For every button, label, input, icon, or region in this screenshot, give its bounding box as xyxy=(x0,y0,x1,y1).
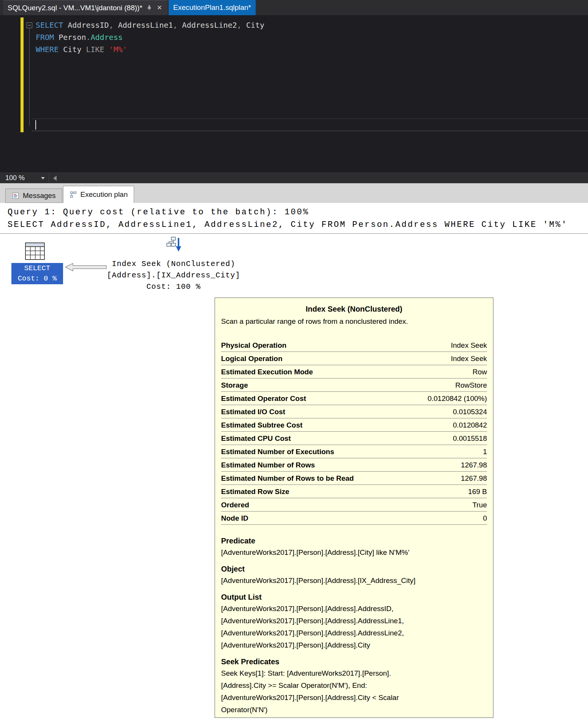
tooltip-row-label: Estimated CPU Cost xyxy=(221,434,291,443)
tooltip-row: Estimated CPU Cost0.0015518 xyxy=(221,432,487,445)
tooltip-section-line: [AdventureWorks2017].[Person].[Address].… xyxy=(221,603,487,615)
tooltip-row-value: RowStore xyxy=(455,381,487,390)
tooltip-row-value: 0.0120842 (100%) xyxy=(428,394,487,403)
tooltip-row: Estimated Number of Rows1267.98 xyxy=(221,458,487,472)
outline-guide-line xyxy=(29,28,30,125)
tooltip-row: Estimated Number of Executions1 xyxy=(221,445,487,458)
tooltip-row: Estimated Subtree Cost0.0120842 xyxy=(221,418,487,432)
tooltip-row-label: Estimated Number of Rows xyxy=(221,461,315,469)
current-line-highlight xyxy=(32,119,588,131)
tooltip-row-label: Estimated Number of Rows to be Read xyxy=(221,474,354,483)
tooltip-row-label: Estimated Operator Cost xyxy=(221,394,306,403)
tooltip-row: Estimated I/O Cost0.0105324 xyxy=(221,405,487,418)
tab-execution-plan-label: Execution plan xyxy=(81,190,128,199)
select-node-name: SELECT xyxy=(11,263,63,274)
tab-messages[interactable]: Messages xyxy=(5,188,62,203)
index-seek-node-object: [Address].[IX_Address_City] xyxy=(105,270,242,281)
tab-execution-plan[interactable]: Execution plan xyxy=(63,186,134,203)
change-tracking-bar xyxy=(21,17,24,132)
close-icon[interactable]: ✕ xyxy=(156,5,163,11)
tooltip-row: Estimated Row Size169 B xyxy=(221,485,487,498)
tooltip-row: StorageRowStore xyxy=(221,379,487,392)
chevron-down-icon xyxy=(41,177,45,179)
tooltip-row-label: Estimated Number of Executions xyxy=(221,448,334,456)
tooltip-row-label: Estimated I/O Cost xyxy=(221,408,285,416)
tooltip-section-title: Object xyxy=(221,564,487,575)
tooltip-row-value: Row xyxy=(473,368,487,376)
tab-sqlquery2-label: SQLQuery2.sql - VM...VM1\jdantoni (88))* xyxy=(8,4,142,12)
tab-messages-label: Messages xyxy=(23,192,56,200)
tooltip-description: Scan a particular range of rows from a n… xyxy=(221,317,487,326)
tooltip-rows: Physical OperationIndex SeekLogical Oper… xyxy=(221,339,487,525)
tooltip-section-title: Output List xyxy=(221,592,487,603)
tooltip-section-line: [Address].City >= Scalar Operator(N'M'),… xyxy=(221,679,487,692)
tooltip-sections: Predicate[AdventureWorks2017].[Person].[… xyxy=(221,535,487,716)
tooltip-row-value: 0.0105324 xyxy=(453,408,487,416)
tooltip-row-value: True xyxy=(473,501,487,509)
tooltip-row-label: Estimated Subtree Cost xyxy=(221,421,302,429)
tooltip-row-label: Node ID xyxy=(221,514,248,523)
tooltip-section-title: Predicate xyxy=(221,535,487,546)
text-caret xyxy=(35,120,36,130)
editor-bottom-bar: 100 % xyxy=(0,173,588,183)
zoom-value: 100 % xyxy=(5,174,25,182)
tooltip-row-label: Physical Operation xyxy=(221,341,286,350)
tooltip-row-value: 0.0120842 xyxy=(453,421,487,429)
tooltip-section-line: Operator(N'N') xyxy=(221,704,487,716)
tooltip-row: Estimated Execution ModeRow xyxy=(221,365,487,379)
code-line: FROM Person.Address xyxy=(36,31,264,43)
document-tabbar: SQLQuery2.sql - VM...VM1\jdantoni (88))*… xyxy=(0,0,588,15)
code-line: SELECT AddressID, AddressLine1, AddressL… xyxy=(36,19,264,31)
tooltip-section-line: [AdventureWorks2017].[Person].[Address].… xyxy=(221,575,487,587)
tooltip-row: Estimated Number of Rows to be Read1267.… xyxy=(221,472,487,485)
select-operator-icon[interactable] xyxy=(25,242,45,260)
query-cost-header: Query 1: Query cost (relative to the bat… xyxy=(8,207,309,217)
tooltip-title: Index Seek (NonClustered) xyxy=(221,305,487,314)
tooltip-row-value: 169 B xyxy=(468,488,487,496)
divider xyxy=(0,233,588,234)
index-seek-operator-icon[interactable] xyxy=(166,236,182,253)
code-line: WHERE City LIKE 'M%' xyxy=(36,43,264,55)
tooltip-section-line: Seek Keys[1]: Start: [AdventureWorks2017… xyxy=(221,667,487,679)
scroll-left-button[interactable] xyxy=(49,173,61,183)
tooltip-row-value: Index Seek xyxy=(451,355,487,363)
tooltip-section-title: Seek Predicates xyxy=(221,656,487,667)
tooltip-row-value: 1267.98 xyxy=(461,474,487,483)
messages-icon xyxy=(12,192,19,200)
execution-plan-icon xyxy=(70,191,77,198)
tooltip-row-label: Logical Operation xyxy=(221,355,283,363)
tooltip-row: Node ID0 xyxy=(221,512,487,525)
tooltip-row-value: 0 xyxy=(483,514,487,523)
tooltip-row: Logical OperationIndex Seek xyxy=(221,352,487,365)
pin-icon[interactable] xyxy=(146,5,152,11)
tooltip-row: OrderedTrue xyxy=(221,498,487,512)
triangle-left-icon xyxy=(53,176,57,181)
tooltip-row-label: Ordered xyxy=(221,501,249,509)
tab-sqlquery2[interactable]: SQLQuery2.sql - VM...VM1\jdantoni (88))*… xyxy=(3,0,168,15)
tooltip-row-label: Estimated Row Size xyxy=(221,488,289,496)
index-seek-node-cost: Cost: 100 % xyxy=(105,281,242,293)
tooltip-section-line: [AdventureWorks2017].[Person].[Address].… xyxy=(221,692,487,704)
tooltip-row-value: Index Seek xyxy=(451,341,487,350)
index-seek-node-name: Index Seek (NonClustered) xyxy=(105,258,242,270)
tooltip-section-line: [AdventureWorks2017].[Person].[Address].… xyxy=(221,546,487,559)
index-seek-node-label[interactable]: Index Seek (NonClustered) [Address].[IX_… xyxy=(105,258,242,293)
operator-tooltip: Index Seek (NonClustered) Scan a particu… xyxy=(215,298,493,718)
collapse-region-icon[interactable] xyxy=(27,22,32,28)
tooltip-row-label: Storage xyxy=(221,381,248,390)
data-flow-arrow[interactable] xyxy=(65,262,107,272)
tooltip-section-line: [AdventureWorks2017].[Person].[Address].… xyxy=(221,615,487,627)
tooltip-row: Estimated Operator Cost0.0120842 (100%) xyxy=(221,392,487,405)
execution-plan-pane: Query 1: Query cost (relative to the bat… xyxy=(0,203,588,719)
results-tabbar: Messages Execution plan xyxy=(0,183,588,203)
tooltip-section-line: [AdventureWorks2017].[Person].[Address].… xyxy=(221,639,487,651)
ssms-window: SQLQuery2.sql - VM...VM1\jdantoni (88))*… xyxy=(0,0,588,719)
minus-glyph xyxy=(28,25,31,25)
tooltip-row-value: 1267.98 xyxy=(461,461,487,469)
select-node-label[interactable]: SELECT Cost: 0 % xyxy=(11,263,63,284)
zoom-selector[interactable]: 100 % xyxy=(0,173,49,183)
tooltip-section-line: [AdventureWorks2017].[Person].[Address].… xyxy=(221,627,487,639)
sql-editor[interactable]: SELECT AddressID, AddressLine1, AddressL… xyxy=(0,15,588,173)
code-lines: SELECT AddressID, AddressLine1, AddressL… xyxy=(36,19,264,55)
tab-executionplan1[interactable]: ExecutionPlan1.sqlplan* xyxy=(169,0,256,15)
